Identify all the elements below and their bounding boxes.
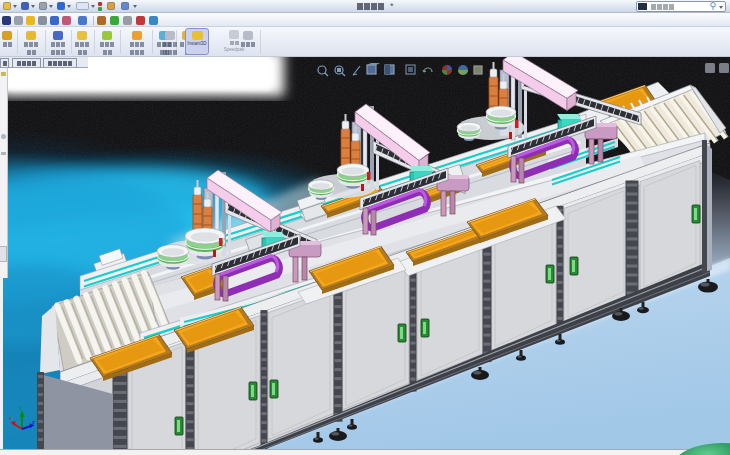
svg-text:y: y	[19, 404, 22, 410]
svg-text:z: z	[32, 419, 35, 425]
svg-text:x: x	[9, 415, 12, 421]
